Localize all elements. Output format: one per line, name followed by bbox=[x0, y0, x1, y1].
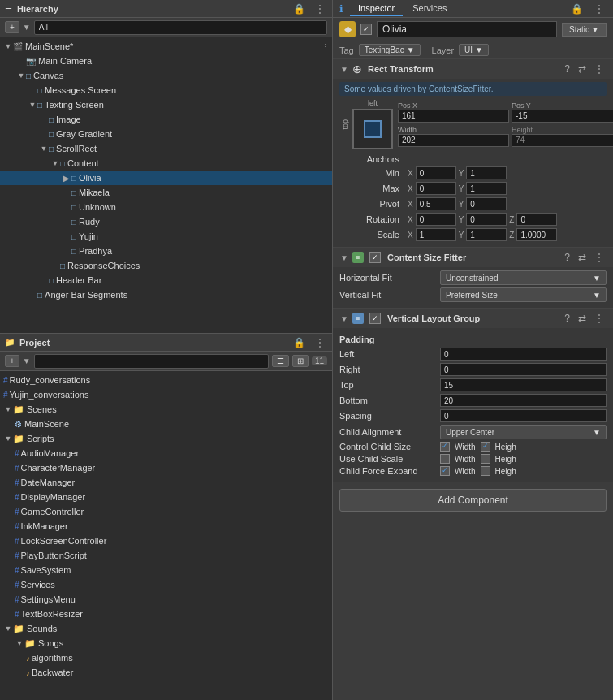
project-item-ink-manager[interactable]: # InkManager bbox=[0, 519, 332, 534]
width-input[interactable] bbox=[398, 134, 509, 147]
tree-item-anger-bar[interactable]: □ Anger Bar Segments bbox=[0, 287, 332, 302]
pos-x-input[interactable] bbox=[398, 110, 509, 123]
tree-item-unknown[interactable]: □ Unknown bbox=[0, 200, 332, 214]
inspector-lock-icon[interactable]: 🔒 bbox=[568, 2, 585, 15]
tree-item-messages-screen[interactable]: □ Messages Screen bbox=[0, 83, 332, 97]
tree-item-mikaela[interactable]: □ Mikaela bbox=[0, 185, 332, 200]
rotation-z[interactable] bbox=[516, 213, 557, 226]
vertical-fit-dropdown[interactable]: Preferred Size ▼ bbox=[440, 287, 607, 302]
tree-item-rudy[interactable]: □ Rudy bbox=[0, 214, 332, 229]
content-size-fitter-header[interactable]: ▼ ≡ Content Size Fitter ? ⇄ ⋮ bbox=[333, 248, 613, 267]
control-child-size-height-checkbox[interactable] bbox=[481, 442, 490, 452]
project-item-character-manager[interactable]: # CharacterManager bbox=[0, 460, 332, 475]
project-lock-icon[interactable]: 🔒 bbox=[291, 336, 308, 349]
hierarchy-menu-icon[interactable]: ⋮ bbox=[313, 2, 327, 15]
rect-help-icon[interactable]: ? bbox=[562, 63, 572, 76]
project-item-backwater[interactable]: ♪ Backwater bbox=[0, 665, 332, 680]
horizontal-fit-dropdown[interactable]: Unconstrained ▼ bbox=[440, 270, 607, 285]
use-child-scale-width-checkbox[interactable] bbox=[440, 454, 450, 464]
project-item-play-button[interactable]: # PlayButtonScript bbox=[0, 548, 332, 563]
inspector-menu-icon[interactable]: ⋮ bbox=[592, 2, 607, 15]
project-item-services[interactable]: # Services bbox=[0, 577, 332, 592]
anchor-max-y[interactable] bbox=[466, 182, 507, 195]
padding-left-input[interactable] bbox=[440, 348, 607, 361]
vlg-help-icon[interactable]: ? bbox=[562, 312, 572, 325]
tree-item-image[interactable]: □ Image bbox=[0, 112, 332, 127]
project-item-algorithms[interactable]: ♪ algorithms bbox=[0, 650, 332, 665]
use-child-scale-height-checkbox[interactable] bbox=[481, 454, 490, 464]
project-item-main-scene[interactable]: ⚙ MainScene bbox=[0, 417, 332, 431]
padding-bottom-input[interactable] bbox=[440, 394, 607, 407]
object-name-input[interactable] bbox=[377, 21, 557, 37]
rect-presets-icon[interactable]: ⇄ bbox=[576, 63, 589, 76]
tree-item-gray-gradient[interactable]: □ Gray Gradient bbox=[0, 127, 332, 141]
control-child-size-width-checkbox[interactable] bbox=[440, 442, 450, 452]
rotation-y[interactable] bbox=[466, 213, 507, 226]
child-force-expand-height-checkbox[interactable] bbox=[481, 466, 490, 476]
vlg-active-checkbox[interactable] bbox=[369, 313, 381, 324]
project-filter-button[interactable]: ☰ bbox=[272, 355, 289, 367]
hierarchy-search-input[interactable] bbox=[34, 20, 327, 35]
pivot-y[interactable] bbox=[466, 197, 507, 210]
tag-dropdown[interactable]: TextingBac ▼ bbox=[359, 44, 421, 56]
rotation-x[interactable] bbox=[416, 213, 456, 226]
project-item-songs-folder[interactable]: ▼ 📁 Songs bbox=[0, 636, 332, 650]
padding-top-input[interactable] bbox=[440, 378, 607, 391]
project-item-scripts-folder[interactable]: ▼ 📁 Scripts bbox=[0, 431, 332, 446]
static-dropdown[interactable]: Static ▼ bbox=[562, 23, 607, 37]
hierarchy-add-button[interactable]: + bbox=[5, 21, 19, 33]
project-add-button[interactable]: + bbox=[5, 355, 19, 367]
child-alignment-dropdown[interactable]: Upper Center ▼ bbox=[440, 425, 607, 439]
vlg-presets-icon[interactable]: ⇄ bbox=[576, 312, 589, 325]
tree-item-response-choices[interactable]: □ ResponseChoices bbox=[0, 258, 332, 273]
project-item-save-system[interactable]: # SaveSystem bbox=[0, 563, 332, 577]
tree-item-header-bar[interactable]: □ Header Bar bbox=[0, 273, 332, 287]
project-item-sounds-folder[interactable]: ▼ 📁 Sounds bbox=[0, 621, 332, 636]
csf-presets-icon[interactable]: ⇄ bbox=[576, 251, 589, 264]
scale-z[interactable] bbox=[516, 228, 557, 241]
project-item-date-manager[interactable]: # DateManager bbox=[0, 475, 332, 490]
tree-item-olivia[interactable]: ▶ □ Olivia bbox=[0, 171, 332, 185]
spacing-input[interactable] bbox=[440, 409, 607, 422]
anchor-min-x[interactable] bbox=[416, 166, 456, 179]
project-item-display-manager[interactable]: # DisplayManager bbox=[0, 490, 332, 504]
hierarchy-item-menu[interactable]: ⋮ bbox=[319, 41, 332, 52]
vlg-header[interactable]: ▼ ≡ Vertical Layout Group ? ⇄ ⋮ bbox=[333, 309, 613, 328]
project-item-scenes-folder[interactable]: ▼ 📁 Scenes bbox=[0, 402, 332, 417]
child-force-expand-width-checkbox[interactable] bbox=[440, 466, 450, 476]
scale-y[interactable] bbox=[466, 228, 507, 241]
project-item-textbox-resizer[interactable]: # TextBoxResizer bbox=[0, 607, 332, 621]
inspector-tab[interactable]: Inspector bbox=[350, 2, 403, 16]
anchor-max-x[interactable] bbox=[416, 182, 456, 195]
rect-transform-header[interactable]: ▼ ⊕ Rect Transform ? ⇄ ⋮ bbox=[333, 59, 613, 79]
csf-help-icon[interactable]: ? bbox=[562, 251, 572, 264]
tree-item-content[interactable]: ▼ □ Content bbox=[0, 156, 332, 171]
tree-item-scroll-rect[interactable]: ▼ □ ScrollRect bbox=[0, 141, 332, 156]
rect-visual[interactable] bbox=[352, 109, 393, 149]
tree-item-texting-screen[interactable]: ▼ □ Texting Screen bbox=[0, 97, 332, 112]
project-item-rudy-conv[interactable]: # Rudy_conversations bbox=[0, 373, 332, 387]
padding-right-input[interactable] bbox=[440, 363, 607, 376]
project-view-button[interactable]: ⊞ bbox=[292, 355, 309, 367]
tree-item-canvas[interactable]: ▼ □ Canvas bbox=[0, 68, 332, 83]
add-component-button[interactable]: Add Component bbox=[339, 489, 607, 512]
project-item-game-controller[interactable]: # GameController bbox=[0, 504, 332, 519]
tree-item-pradhya[interactable]: □ Pradhya bbox=[0, 244, 332, 258]
pivot-x[interactable] bbox=[416, 197, 456, 210]
layer-dropdown[interactable]: UI ▼ bbox=[459, 44, 489, 56]
csf-active-checkbox[interactable] bbox=[369, 252, 381, 263]
project-search-input[interactable] bbox=[34, 354, 269, 369]
tree-item-main-camera[interactable]: 📷 Main Camera bbox=[0, 54, 332, 68]
height-input[interactable] bbox=[512, 134, 613, 147]
object-active-checkbox[interactable] bbox=[360, 24, 372, 35]
vlg-menu-icon[interactable]: ⋮ bbox=[592, 312, 607, 325]
anchor-min-y[interactable] bbox=[466, 166, 507, 179]
csf-menu-icon[interactable]: ⋮ bbox=[592, 251, 607, 264]
services-tab[interactable]: Services bbox=[404, 2, 455, 16]
pos-y-input[interactable] bbox=[512, 110, 613, 123]
project-menu-icon[interactable]: ⋮ bbox=[313, 336, 327, 349]
tree-item-main-scene[interactable]: ▼ 🎬 MainScene* ⋮ bbox=[0, 39, 332, 54]
project-item-settings-menu[interactable]: # SettingsMenu bbox=[0, 592, 332, 607]
project-item-lock-screen[interactable]: # LockScreenController bbox=[0, 534, 332, 548]
scale-x[interactable] bbox=[416, 228, 456, 241]
